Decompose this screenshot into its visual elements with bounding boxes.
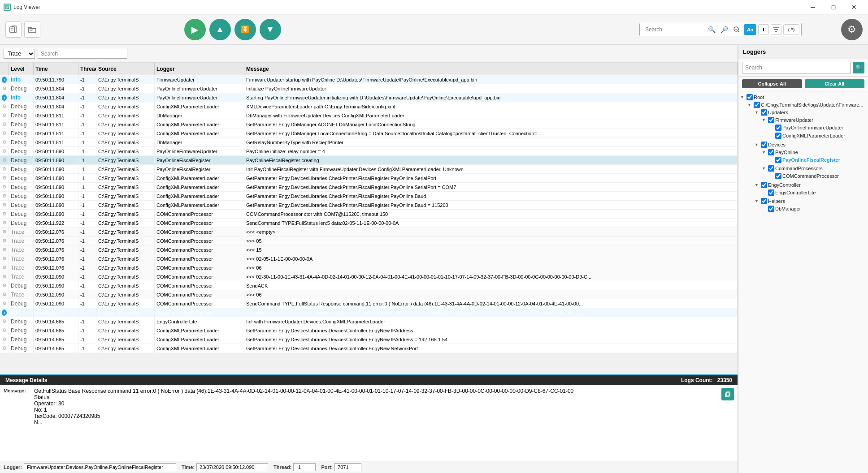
tree-row[interactable]: ▼Root (738, 94, 868, 101)
loggers-search-button[interactable]: 🔍 (853, 62, 864, 73)
loggers-tree[interactable]: ▼Root▼C:\Engy.TerminalSide\logs\Updater\… (738, 91, 868, 473)
col-header-source[interactable]: Source (96, 63, 155, 75)
tree-checkbox[interactable] (775, 173, 781, 179)
tree-toggle-icon[interactable]: ▼ (755, 183, 760, 187)
col-header-message[interactable]: Message (244, 63, 738, 75)
table-row[interactable]: ⚙Debug09:50:11.890-1C:\Engy.TerminalSCon… (0, 174, 738, 183)
table-row[interactable]: ⚙Debug09:50:11.890-1C:\Engy.TerminalSPay… (0, 165, 738, 174)
table-row[interactable]: ⚙Debug09:50:11.811-1C:\Engy.TerminalSCon… (0, 129, 738, 138)
tree-item[interactable]: ▼FirmwareUpdaterPayOnlineFirmwareUpdater… (760, 116, 868, 140)
scroll-down-button[interactable]: ▼ (260, 19, 281, 40)
tree-checkbox[interactable] (775, 157, 781, 163)
tree-toggle-icon[interactable]: ▼ (755, 142, 760, 147)
tree-toggle-icon[interactable]: ▼ (755, 199, 760, 203)
tree-checkbox[interactable] (768, 165, 774, 172)
tree-checkbox[interactable] (775, 125, 781, 131)
whole-word-button[interactable]: T (758, 24, 769, 35)
tree-item[interactable]: ▼Root▼C:\Engy.TerminalSide\logs\Updater\… (738, 93, 868, 214)
tree-item[interactable]: ▼C:\Engy.TerminalSide\logs\Updater\Firmw… (746, 101, 868, 214)
table-row[interactable]: ⚙Trace09:50:12.090-1C:\Engy.TerminalSCOM… (0, 272, 738, 281)
table-row[interactable]: ⚙Trace09:50:12.076-1C:\Engy.TerminalSCOM… (0, 263, 738, 272)
tree-row[interactable]: ▼C:\Engy.TerminalSide\logs\Updater\Firmw… (746, 101, 868, 108)
table-row[interactable]: ⚙Trace09:50:12.076-1C:\Engy.TerminalSCOM… (0, 245, 738, 254)
table-row[interactable]: ⚙Debug09:50:14.685-1C:\Engy.TerminalSCon… (0, 344, 738, 353)
table-row[interactable]: ⚙Debug09:50:14.685-1C:\Engy.TerminalSCon… (0, 335, 738, 344)
table-row[interactable]: ⚙Debug09:50:11.890-1C:\Engy.TerminalSPay… (0, 156, 738, 165)
close-button[interactable]: ✕ (844, 0, 864, 14)
clear-all-button[interactable]: Clear All (805, 79, 865, 88)
toolbar-search-input[interactable] (642, 25, 704, 34)
tree-row[interactable]: DbManager (760, 205, 868, 212)
filter-search-input[interactable] (38, 49, 127, 59)
table-row[interactable]: ⚙Debug09:50:14.685-1C:\Engy.TerminalSEng… (0, 317, 738, 326)
tree-item[interactable]: DbManager (760, 205, 868, 213)
tree-row[interactable]: ConfigXMLParameterLoader (767, 132, 868, 139)
scroll-up-button[interactable]: ▲ (209, 19, 231, 40)
tree-row[interactable]: ▼Devices (753, 141, 868, 148)
tree-checkbox[interactable] (768, 149, 774, 155)
tree-checkbox[interactable] (761, 198, 767, 204)
tree-item[interactable]: ▼PayOnlinePayOnlineFiscalRegister (760, 148, 868, 164)
tree-item[interactable]: ConfigXMLParameterLoader (767, 132, 868, 140)
loggers-search-input[interactable] (742, 62, 851, 73)
tree-toggle-icon[interactable]: ▼ (762, 150, 767, 155)
settings-button[interactable]: ⚙ (841, 19, 863, 40)
tree-item[interactable]: ▼HelpersDbManager (753, 197, 868, 213)
tree-row[interactable]: ▼CommandProcessors (760, 165, 868, 172)
level-select[interactable]: Trace Debug Info Warning Error (4, 49, 35, 59)
table-row[interactable]: ⚙Debug09:50:11.804-1C:\Engy.TerminalSCon… (0, 102, 738, 111)
tree-item[interactable]: ▼Devices▼PayOnlinePayOnlineFiscalRegiste… (753, 141, 868, 181)
table-row[interactable]: ⚙Debug09:50:14.685-1C:\Engy.TerminalSCon… (0, 326, 738, 335)
collapse-all-button[interactable]: Collapse All (742, 79, 802, 88)
open-file-button[interactable] (5, 22, 22, 38)
tree-item[interactable]: ▼EngyControllerEngyControllerLite (753, 181, 868, 197)
zoom-out-icon[interactable] (731, 24, 742, 35)
tree-row[interactable]: PayOnlineFiscalRegister (767, 156, 868, 163)
table-row[interactable]: ⚙Debug09:50:11.890-1C:\Engy.TerminalSPay… (0, 147, 738, 156)
tree-checkbox[interactable] (761, 182, 767, 188)
tree-checkbox[interactable] (754, 102, 760, 108)
table-row[interactable]: ⚙Debug09:50:11.890-1C:\Engy.TerminalSCon… (0, 201, 738, 210)
table-row[interactable]: ⚙Debug09:50:11.890-1C:\Engy.TerminalSCon… (0, 192, 738, 201)
table-row[interactable]: iInfo09:50:11.804-1C:\Engy.TerminalSPayO… (0, 93, 738, 102)
table-row[interactable]: ⚙Debug09:50:11.922-1C:\Engy.TerminalSCOM… (0, 219, 738, 228)
tree-row[interactable]: ▼PayOnline (760, 149, 868, 156)
footer-time-input[interactable] (196, 463, 268, 471)
tree-checkbox[interactable] (768, 206, 774, 212)
tree-row[interactable]: COMCommandProcessor (767, 172, 868, 180)
table-row[interactable]: ⚙Trace09:50:12.076-1C:\Engy.TerminalSCOM… (0, 236, 738, 245)
tree-toggle-icon[interactable]: ▼ (755, 110, 760, 115)
table-row[interactable]: ⚙Trace09:50:12.090-1C:\Engy.TerminalSCOM… (0, 290, 738, 299)
filter-button[interactable] (771, 24, 781, 35)
minimize-button[interactable]: ─ (803, 0, 823, 14)
tree-item[interactable]: PayOnlineFirmwareUpdater (767, 124, 868, 132)
tree-row[interactable]: ▼Updaters (753, 109, 868, 116)
tree-item[interactable]: ▼Updaters▼FirmwareUpdaterPayOnlineFirmwa… (753, 108, 868, 141)
tree-checkbox[interactable] (768, 189, 774, 196)
table-row[interactable]: ⚙Debug09:50:11.804-1C:\Engy.TerminalSPay… (0, 84, 738, 93)
table-row[interactable]: iInfo09:50:11.790-1C:\Engy.TerminalSFirm… (0, 75, 738, 84)
log-table-body[interactable]: iInfo09:50:11.790-1C:\Engy.TerminalSFirm… (0, 75, 738, 374)
footer-logger-input[interactable] (24, 463, 176, 471)
tree-toggle-icon[interactable]: ▼ (762, 118, 767, 122)
tree-toggle-icon[interactable]: ▼ (747, 103, 753, 107)
table-row[interactable]: ⚙Trace09:50:12.076-1C:\Engy.TerminalSCOM… (0, 228, 738, 236)
tree-checkbox[interactable] (761, 142, 767, 148)
match-case-button[interactable]: Aa (744, 24, 756, 35)
col-header-time[interactable]: Time (34, 63, 78, 75)
tree-toggle-icon[interactable]: ▼ (740, 95, 746, 99)
scroll-down-fast-button[interactable]: ⏬ (234, 19, 256, 40)
tree-item[interactable]: ▼CommandProcessorsCOMCommandProcessor (760, 164, 868, 181)
tree-row[interactable]: PayOnlineFirmwareUpdater (767, 124, 868, 131)
col-header-thread[interactable]: Thread (78, 63, 96, 75)
maximize-button[interactable]: □ (823, 0, 844, 14)
tree-row[interactable]: ▼FirmwareUpdater (760, 116, 868, 124)
tree-row[interactable]: ▼EngyController (753, 181, 868, 189)
open-folder-button[interactable] (24, 22, 40, 38)
table-row[interactable]: ⚙Debug09:50:11.890-1C:\Engy.TerminalSCon… (0, 183, 738, 192)
tree-row[interactable]: EngyControllerLite (760, 189, 868, 196)
copy-message-button[interactable] (721, 388, 734, 400)
regex-button[interactable]: (.*) (783, 24, 799, 35)
tree-row[interactable]: ▼Helpers (753, 198, 868, 205)
footer-port-input[interactable] (334, 463, 361, 471)
